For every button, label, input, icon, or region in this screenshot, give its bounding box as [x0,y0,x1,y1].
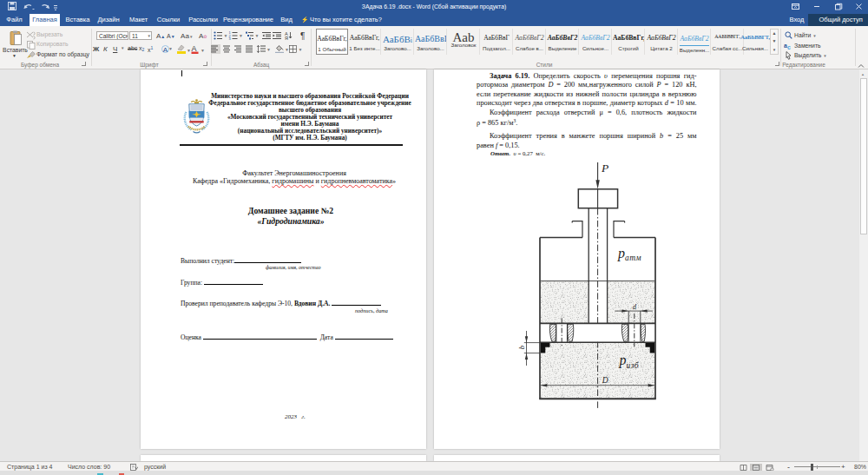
svg-text:▼: ▼ [299,47,303,52]
svg-text:А: А [192,44,197,53]
svg-text:▼: ▼ [266,47,271,52]
svg-text:¶: ¶ [300,31,305,40]
svg-text:А: А [163,46,168,54]
svg-text:Я: Я [285,36,288,40]
svg-text:▼: ▼ [224,33,228,38]
svg-text:P: P [601,162,608,175]
svg-text:▼: ▼ [285,47,289,52]
svg-text:pатм: pатм [617,246,641,262]
svg-text:▼: ▼ [239,33,243,38]
svg-text:3: 3 [229,36,232,40]
svg-text:▼: ▼ [201,48,205,53]
svg-text:▼: ▼ [255,33,260,38]
svg-text:▼: ▼ [168,46,172,51]
svg-text:d: d [633,302,637,311]
svg-text:▼: ▼ [187,48,190,53]
svg-text:b: b [517,346,526,349]
svg-text:c: c [787,44,791,49]
svg-text:D: D [602,376,608,385]
